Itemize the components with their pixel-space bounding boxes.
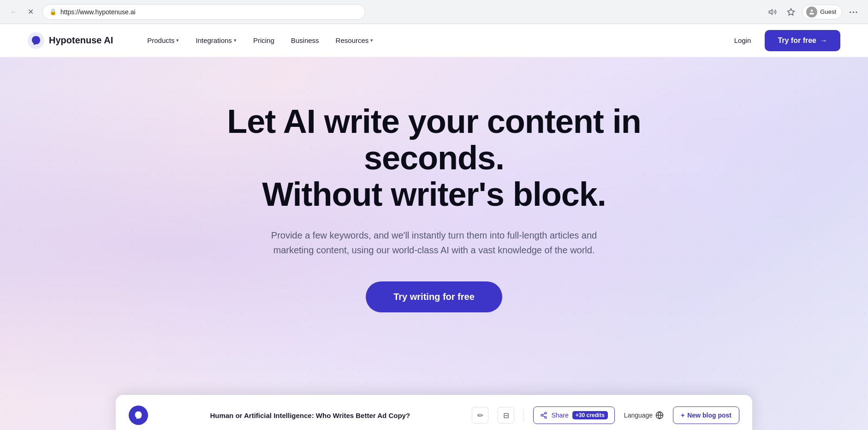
hero-cta-button[interactable]: Try writing for free — [366, 281, 502, 312]
svg-marker-0 — [769, 9, 773, 14]
nav-links: Products ▾ Integrations ▾ Pricing Busine… — [141, 33, 727, 48]
hero-headline-line2: Without writer's block. — [262, 176, 606, 213]
forward-button[interactable]: ✕ — [24, 6, 37, 18]
bottom-card: Human or Artificial Intelligence: Who Wr… — [116, 395, 752, 430]
nav-business-label: Business — [291, 36, 319, 44]
hero-section: Let AI write your content in seconds. Wi… — [0, 57, 868, 430]
chevron-down-icon: ▾ — [176, 37, 179, 43]
more-icon: ⋯ — [849, 6, 858, 18]
more-options-button[interactable]: ⋯ — [846, 5, 861, 19]
login-button[interactable]: Login — [728, 33, 758, 48]
new-post-label: New blog post — [687, 412, 731, 419]
language-button[interactable]: Language — [620, 406, 667, 424]
nav-actions: Login Try for free → — [728, 30, 840, 51]
edit-button[interactable]: ✏ — [472, 407, 488, 424]
new-blog-post-button[interactable]: + New blog post — [673, 406, 739, 424]
share-label: Share — [551, 412, 568, 419]
nav-resources-label: Resources — [336, 36, 369, 44]
browser-chrome: ← ✕ 🔒 https://www.hypotenuse.ai — [0, 0, 868, 24]
navbar: Hypotenuse AI Products ▾ Integrations ▾ … — [0, 24, 868, 57]
guest-label: Guest — [820, 8, 836, 15]
nav-business[interactable]: Business — [285, 33, 326, 48]
card-title-area: Human or Artificial Intelligence: Who Wr… — [157, 412, 463, 419]
nav-integrations-label: Integrations — [196, 36, 232, 44]
hero-content: Let AI write your content in seconds. Wi… — [180, 103, 688, 312]
translate-icon — [655, 411, 664, 419]
split-view-button[interactable]: ⊟ — [498, 407, 514, 424]
logo-text: Hypotenuse AI — [49, 35, 113, 46]
address-bar[interactable]: 🔒 https://www.hypotenuse.ai — [42, 4, 365, 20]
nav-integrations[interactable]: Integrations ▾ — [189, 33, 243, 48]
avatar — [806, 6, 817, 18]
svg-marker-1 — [788, 8, 795, 15]
back-button[interactable]: ← — [7, 6, 20, 18]
website-content: Hypotenuse AI Products ▾ Integrations ▾ … — [0, 24, 868, 430]
plus-icon: + — [681, 412, 684, 419]
bookmark-button[interactable] — [784, 5, 798, 19]
speaker-icon-button[interactable] — [765, 5, 780, 19]
nav-pricing-label: Pricing — [253, 36, 274, 44]
chevron-down-icon: ▾ — [234, 37, 237, 43]
browser-actions: Guest ⋯ — [765, 5, 861, 19]
arrow-icon: → — [820, 36, 827, 45]
nav-resources[interactable]: Resources ▾ — [329, 33, 380, 48]
svg-point-5 — [541, 414, 543, 416]
split-icon: ⊟ — [503, 411, 509, 420]
svg-line-7 — [543, 416, 545, 417]
card-actions: Share +30 credits Language + New blog po… — [533, 406, 739, 424]
share-icon — [540, 412, 547, 419]
browser-nav-buttons: ← ✕ — [7, 6, 37, 18]
nav-products-label: Products — [147, 36, 174, 44]
hero-headline: Let AI write your content in seconds. Wi… — [180, 103, 688, 213]
hero-subtext: Provide a few keywords, and we'll instan… — [263, 228, 605, 257]
nav-products[interactable]: Products ▾ — [141, 33, 185, 48]
lock-icon: 🔒 — [49, 8, 57, 15]
guest-button[interactable]: Guest — [802, 5, 842, 19]
card-title: Human or Artificial Intelligence: Who Wr… — [157, 412, 463, 419]
nav-pricing[interactable]: Pricing — [247, 33, 281, 48]
chevron-down-icon: ▾ — [370, 37, 373, 43]
svg-point-6 — [545, 417, 547, 418]
try-free-nav-button[interactable]: Try for free → — [765, 30, 840, 51]
svg-point-2 — [811, 9, 813, 12]
hero-headline-line1: Let AI write your content in seconds. — [227, 103, 641, 176]
share-credits-badge: +30 credits — [572, 411, 608, 419]
language-label: Language — [624, 412, 653, 419]
logo-icon — [28, 32, 44, 49]
share-button[interactable]: Share +30 credits — [533, 406, 614, 424]
svg-point-4 — [545, 412, 547, 414]
divider — [523, 409, 524, 422]
url-text: https://www.hypotenuse.ai — [60, 8, 358, 16]
logo-area[interactable]: Hypotenuse AI — [28, 32, 113, 49]
edit-icon: ✏ — [477, 411, 483, 420]
card-logo-icon — [129, 406, 148, 425]
svg-line-8 — [543, 413, 545, 415]
try-free-nav-label: Try for free — [778, 36, 816, 45]
